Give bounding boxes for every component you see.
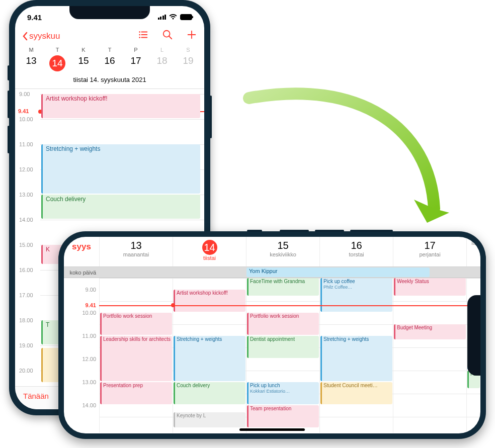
calendar-event[interactable]: Stretching + weights <box>320 336 392 381</box>
calendar-event[interactable]: Couch delivery <box>41 195 200 219</box>
cellular-icon <box>158 15 167 20</box>
calendar-event[interactable]: Weekly Status <box>394 278 466 296</box>
phone-landscape-screen: syys 13maanantai14tiistai15keskiviikko16… <box>64 237 480 433</box>
weekday-cell: M <box>18 47 44 53</box>
weekday-row: MTKTPLS <box>15 46 204 53</box>
date-cell[interactable]: 15 <box>70 54 97 73</box>
now-label: 9.41 <box>86 302 96 308</box>
weekday-cell: P <box>123 47 149 53</box>
hour-line <box>40 119 204 120</box>
weekday-cell: T <box>44 47 70 53</box>
date-cell[interactable]: 14 <box>44 54 70 73</box>
volume-button <box>315 230 344 232</box>
week-grid[interactable]: 9.0010.0011.0012.0013.0014.009.41 Portfo… <box>64 278 480 433</box>
calendar-event[interactable]: Team presentation <box>247 405 319 427</box>
now-indicator <box>99 305 480 306</box>
allday-cell: Yom Kippur <box>246 267 319 278</box>
weekday-cell: K <box>70 47 97 53</box>
phone-landscape-frame: syys 13maanantai14tiistai15keskiviikko16… <box>58 231 486 439</box>
hour-label: 14.00 <box>82 402 96 408</box>
calendar-event[interactable]: Pick up lunchKokkari Estiatorio… <box>247 382 319 404</box>
day-header[interactable]: 13maanantai <box>99 237 173 266</box>
calendar-event[interactable]: Portfolio work session <box>247 313 319 335</box>
rotate-arrow-icon <box>229 83 460 244</box>
calendar-event[interactable]: Keynote by L <box>174 412 245 427</box>
day-header[interactable]: 16torstai <box>319 237 393 266</box>
allday-cell <box>393 267 466 278</box>
volume-button <box>280 230 309 232</box>
allday-cell <box>173 267 246 278</box>
day-header[interactable]: la <box>466 237 480 266</box>
hour-label: 19.00 <box>19 342 33 348</box>
calendar-event[interactable]: Presentation prep <box>100 382 172 404</box>
hour-label: 13.00 <box>82 379 96 385</box>
day-header[interactable]: 15keskiviikko <box>246 237 319 266</box>
weekday-cell: L <box>149 47 175 53</box>
allday-cell <box>319 267 393 278</box>
svg-point-2 <box>139 37 140 38</box>
calendar-event[interactable]: FaceTime with Grandma <box>247 278 319 296</box>
hour-label: 18.00 <box>19 317 33 323</box>
day-header[interactable]: 17perjantai <box>393 237 466 266</box>
week-columns: Portfolio work sessionLeadership skills … <box>99 278 480 433</box>
back-button[interactable]: syyskuu <box>22 31 60 41</box>
weekday-cell: T <box>97 47 123 53</box>
calendar-event[interactable]: Dentist appointment <box>247 336 319 358</box>
nav-bar: syyskuu <box>15 28 204 46</box>
date-cell[interactable]: 18 <box>149 54 175 73</box>
calendar-event[interactable]: Artist workshop kickoff! <box>41 94 200 118</box>
calendar-event[interactable]: Couch delivery <box>174 382 245 404</box>
list-icon[interactable] <box>138 29 149 43</box>
volume-button <box>8 91 10 118</box>
hour-label: 12.00 <box>19 166 33 172</box>
day-column[interactable]: Weekly StatusBudget Meeting <box>393 278 466 433</box>
calendar-event[interactable]: Budget Meeting <box>394 324 466 339</box>
day-column[interactable]: Pick up coffeePhilz Coffee…Stretching + … <box>319 278 393 433</box>
calendar-event[interactable]: Artist workshop kickoff! <box>174 290 245 312</box>
calendar-event[interactable]: Pick up coffeePhilz Coffee… <box>320 278 392 312</box>
status-time: 9.41 <box>27 13 42 22</box>
hour-label: 9.00 <box>86 287 96 293</box>
date-cell[interactable]: 17 <box>123 54 149 73</box>
power-button <box>210 96 212 138</box>
hour-label: 10.00 <box>19 116 33 122</box>
hour-label: 10.00 <box>82 310 96 316</box>
add-icon[interactable] <box>186 29 197 43</box>
home-indicator[interactable] <box>239 428 305 431</box>
volume-button <box>247 230 262 232</box>
today-button[interactable]: Tänään <box>23 392 49 400</box>
date-cell[interactable]: 16 <box>97 54 123 73</box>
battery-icon <box>180 14 192 20</box>
hour-label: 9.00 <box>19 91 30 97</box>
calendar-event[interactable]: Stretching + weights <box>174 336 245 381</box>
volume-button <box>8 65 10 80</box>
calendar-event[interactable]: Portfolio work session <box>100 313 172 335</box>
day-header[interactable]: 14tiistai <box>173 237 246 266</box>
svg-point-0 <box>139 31 140 33</box>
day-column[interactable]: Artist workshop kickoff!Stretching + wei… <box>173 278 246 433</box>
month-button[interactable]: syys <box>64 237 99 266</box>
notch <box>69 6 150 19</box>
time-column: 9.0010.0011.0012.0013.0014.009.41 <box>64 278 99 433</box>
search-icon[interactable] <box>162 29 173 43</box>
date-cell[interactable]: 13 <box>18 54 44 73</box>
day-column[interactable]: FaceTime with GrandmaPortfolio work sess… <box>246 278 319 433</box>
power-button <box>350 230 393 232</box>
wifi-icon <box>169 13 177 21</box>
calendar-event[interactable]: Student Council meeti… <box>320 382 392 404</box>
now-label: 9.41 <box>18 108 29 114</box>
hour-label: 14.00 <box>19 217 33 223</box>
calendar-event[interactable]: Stretching + weights <box>41 144 200 194</box>
day-column[interactable]: Portfolio work sessionLeadership skills … <box>99 278 173 433</box>
calendar-event[interactable]: Leadership skills for architects <box>100 336 172 381</box>
hour-label: 20.00 <box>19 368 33 374</box>
back-label: syyskuu <box>29 31 60 41</box>
allday-label: koko päivä <box>64 270 99 276</box>
hour-line <box>40 220 204 220</box>
hour-label: 12.00 <box>82 356 96 362</box>
hour-label: 15.00 <box>19 242 33 248</box>
date-row: 13141516171819 <box>15 53 204 76</box>
full-date: tiistai 14. syyskuuta 2021 <box>15 76 204 89</box>
hour-label: 11.00 <box>19 141 33 147</box>
date-cell[interactable]: 19 <box>175 54 201 73</box>
